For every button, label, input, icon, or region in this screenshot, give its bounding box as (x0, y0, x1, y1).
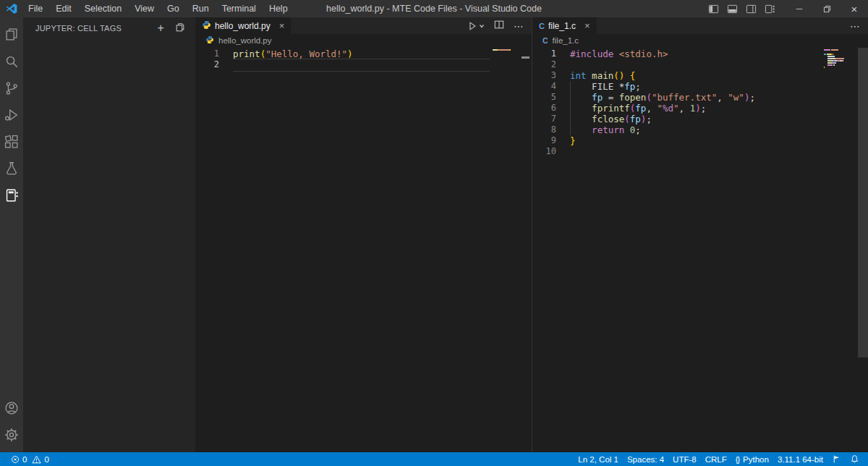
close-window-button[interactable]: × (841, 0, 868, 17)
editor-group-left: hello_world.py × ⋯ (195, 17, 532, 452)
code-token: %d (663, 103, 673, 114)
menu-selection[interactable]: Selection (78, 0, 128, 17)
code-editor-right[interactable]: 1#include <stdio.h>23int main() {4 FILE … (532, 46, 868, 452)
encoding[interactable]: UTF-8 (668, 452, 701, 466)
menu-file[interactable]: File (22, 0, 49, 17)
minimap-line (824, 56, 844, 57)
code-line-text: FILE *fp; (570, 81, 641, 92)
notifications-bell-icon[interactable] (846, 452, 864, 466)
toggle-primary-sidebar-icon[interactable] (708, 4, 719, 14)
jupyter-notebook-icon[interactable] (0, 182, 23, 208)
language-mode[interactable]: {} Python (731, 452, 773, 466)
minimize-button[interactable]: ─ (786, 0, 813, 17)
extensions-icon[interactable] (0, 128, 23, 155)
code-token: #include (570, 48, 613, 59)
errors-count: 0 (22, 455, 27, 464)
code-line[interactable]: 7 fclose(fp); (532, 114, 868, 124)
close-tab-icon[interactable]: × (279, 21, 285, 30)
problems-indicator[interactable]: 0 0 (7, 452, 54, 466)
minimap-left[interactable] (493, 49, 519, 54)
code-token (570, 81, 592, 92)
tab-bar-left: hello_world.py × ⋯ (195, 17, 532, 34)
tab-file-1-c[interactable]: C file_1.c × (532, 17, 597, 34)
edit-cell-tags-icon[interactable] (175, 22, 185, 34)
close-tab-icon[interactable]: × (584, 21, 590, 30)
menu-edit[interactable]: Edit (49, 0, 78, 17)
settings-gear-icon[interactable] (0, 421, 23, 448)
code-line[interactable]: 8 return 0; (532, 124, 868, 135)
code-line[interactable]: 10 (532, 146, 868, 157)
code-token: "buffer.txt" (652, 92, 717, 103)
run-python-file-button[interactable] (467, 21, 485, 31)
code-line[interactable]: 4 FILE *fp; (532, 81, 868, 92)
braces-icon: {} (736, 455, 739, 464)
customize-layout-icon[interactable] (765, 4, 775, 14)
split-editor-icon[interactable] (494, 20, 504, 33)
c-file-icon: C (542, 36, 548, 45)
tab-label: file_1.c (548, 21, 576, 31)
code-line[interactable]: 2 (532, 59, 868, 70)
breadcrumb-item[interactable]: file_1.c (553, 36, 579, 45)
menu-terminal[interactable]: Terminal (216, 0, 263, 17)
code-line-text: #include <stdio.h> (570, 48, 668, 59)
scrollbar-slider[interactable] (858, 48, 868, 357)
code-token: ; (749, 92, 755, 103)
python-interpreter[interactable]: 3.11.1 64-bit (773, 452, 827, 466)
code-line[interactable]: 2 (195, 59, 532, 70)
accounts-icon[interactable] (0, 394, 23, 421)
code-line[interactable]: 9} (532, 135, 868, 146)
layout-controls (708, 4, 786, 14)
code-token: FILE (592, 81, 619, 92)
sidebar-title: JUPYTER: CELL TAGS (35, 24, 122, 33)
tab-hello-world-py[interactable]: hello_world.py × (195, 17, 291, 34)
line-number: 4 (532, 81, 556, 92)
code-line[interactable]: 5 fp = fopen("buffer.txt", "w"); (532, 92, 868, 103)
menu-view[interactable]: View (128, 0, 161, 17)
editor-actions-right: ⋯ (850, 17, 868, 34)
line-number: 3 (532, 70, 556, 81)
explorer-icon[interactable] (0, 21, 23, 48)
code-line-text: print("Hello, World!") (233, 48, 353, 59)
menu-run[interactable]: Run (186, 0, 216, 17)
sidebar-header: JUPYTER: CELL TAGS + (23, 17, 195, 39)
line-number: 2 (532, 59, 556, 70)
code-token: fprintf (592, 103, 630, 114)
code-token (570, 114, 592, 124)
code-token: { (630, 70, 636, 81)
code-token: return (592, 124, 624, 135)
minimap-line (493, 51, 519, 53)
more-actions-icon[interactable]: ⋯ (514, 21, 524, 31)
minimap-right[interactable] (824, 49, 844, 71)
cursor-position[interactable]: Ln 2, Col 1 (574, 452, 623, 466)
restore-button[interactable] (813, 0, 841, 17)
menu-go[interactable]: Go (161, 0, 186, 17)
source-control-icon[interactable] (0, 75, 23, 101)
code-token (613, 48, 619, 59)
line-number: 2 (195, 59, 219, 70)
breadcrumb-item[interactable]: hello_world.py (218, 36, 272, 45)
code-token: fclose (592, 114, 624, 124)
code-editor-left[interactable]: 1print("Hello, World!")2 (195, 46, 532, 452)
chevron-down-icon (479, 23, 485, 29)
testing-icon[interactable] (0, 155, 23, 182)
add-cell-tag-icon[interactable]: + (157, 22, 164, 34)
feedback-icon[interactable] (827, 452, 846, 466)
more-actions-icon[interactable]: ⋯ (850, 21, 860, 31)
toggle-panel-icon[interactable] (727, 4, 738, 14)
code-line[interactable]: 3int main() { (532, 70, 868, 81)
run-debug-icon[interactable] (0, 101, 23, 128)
code-line[interactable]: 1print("Hello, World!") (195, 48, 532, 59)
title-bar: File Edit Selection View Go Run Terminal… (0, 0, 868, 17)
c-file-icon: C (539, 22, 545, 30)
toggle-secondary-sidebar-icon[interactable] (746, 4, 757, 14)
menu-help[interactable]: Help (263, 0, 294, 17)
breadcrumb-left[interactable]: hello_world.py (195, 34, 532, 46)
indentation[interactable]: Spaces: 4 (623, 452, 668, 466)
code-line[interactable]: 1#include <stdio.h> (532, 48, 868, 59)
sidebar-actions: + (157, 22, 185, 34)
eol-sequence[interactable]: CRLF (701, 452, 731, 466)
code-line[interactable]: 6 fprintf(fp, "%d", 1); (532, 103, 868, 114)
breadcrumb-right[interactable]: C file_1.c (532, 34, 868, 46)
code-lines-right: 1#include <stdio.h>23int main() {4 FILE … (532, 46, 868, 157)
search-icon[interactable] (0, 48, 23, 75)
